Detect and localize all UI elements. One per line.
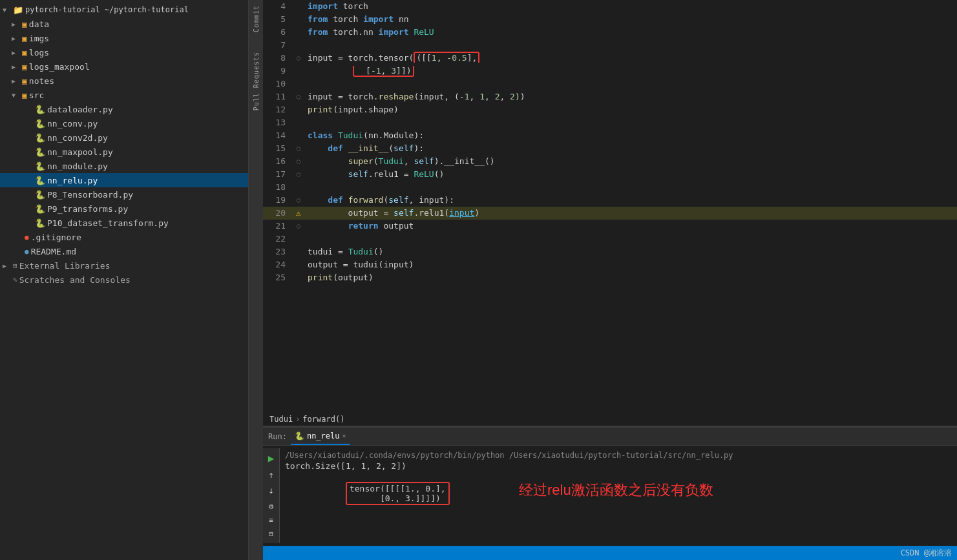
py-icon: 🐍	[35, 190, 45, 200]
tree-item-gitignore[interactable]: ● .gitignore	[0, 230, 248, 244]
line-num: 23	[263, 245, 292, 258]
scroll-down-button[interactable]: ↓	[265, 485, 278, 495]
tree-item-src[interactable]: ▼ ▣ src	[0, 88, 248, 102]
tree-item-dataloader[interactable]: 🐍 dataloader.py	[0, 102, 248, 116]
tree-label: notes	[29, 76, 54, 86]
tree-item-nn-module[interactable]: 🐍 nn_module.py	[0, 159, 248, 173]
gutter-circle: ○	[297, 142, 300, 155]
code-line-10: 10	[263, 78, 957, 90]
wrap-button[interactable]: ≡	[265, 516, 278, 524]
tree-item-nn-conv2d[interactable]: 🐍 nn_conv2d.py	[0, 130, 248, 145]
run-button[interactable]: ▶	[265, 452, 278, 464]
code-line-9: 9 [-1, 3]])	[263, 65, 957, 78]
tree-label: P8_Tensorboard.py	[47, 190, 133, 200]
breadcrumb-item-2[interactable]: forward()	[302, 415, 344, 424]
code-line-12: 12 print(input.shape)	[263, 103, 957, 116]
tree-item-imgs[interactable]: ▶ ▣ imgs	[0, 31, 248, 45]
tree-label: dataloader.py	[47, 105, 113, 114]
tree-item-logs-maxpool[interactable]: ▶ ▣ logs_maxpool	[0, 59, 248, 74]
line-content[interactable]: from torch.nn import ReLU	[305, 26, 957, 39]
code-line-24: 24 output = tudui(input)	[263, 258, 957, 271]
line-num: 7	[263, 39, 292, 52]
tree-item-logs[interactable]: ▶ ▣ logs	[0, 45, 248, 59]
code-line-11: 11 ○ input = torch.reshape(input, (-1, 1…	[263, 90, 957, 103]
line-content[interactable]	[305, 181, 957, 194]
extra-button-1[interactable]: ⊟	[265, 530, 278, 538]
code-line-23: 23 tudui = Tudui()	[263, 245, 957, 258]
line-gutter	[292, 245, 305, 258]
gutter-circle: ○	[297, 194, 300, 207]
line-content[interactable]: print(input.shape)	[305, 103, 957, 116]
breadcrumb-item-1[interactable]: Tudui	[269, 415, 293, 424]
git-icon: ●	[25, 233, 29, 242]
line-content[interactable]: import torch	[305, 0, 957, 13]
line-content[interactable]: print(output)	[305, 271, 957, 284]
line-gutter: ○	[292, 52, 305, 65]
breadcrumb: Tudui › forward()	[263, 412, 957, 426]
tree-item-nn-conv[interactable]: 🐍 nn_conv.py	[0, 116, 248, 130]
line-content[interactable]: self.relu1 = ReLU()	[305, 168, 957, 181]
line-content[interactable]: return output	[305, 220, 957, 233]
editor-area: 4 import torch 5 from torch import nn 6 …	[263, 0, 957, 560]
breadcrumb-sep: ›	[295, 415, 300, 424]
line-content[interactable]: super(Tudui, self).__init__()	[305, 155, 957, 168]
arrow-icon: ▶	[3, 262, 13, 269]
line-content[interactable]: output = tudui(input)	[305, 258, 957, 271]
line-content[interactable]: tudui = Tudui()	[305, 245, 957, 258]
line-num: 19	[263, 194, 292, 207]
tree-item-nn-maxpool[interactable]: 🐍 nn_maxpool.py	[0, 145, 248, 159]
line-content[interactable]: class Tudui(nn.Module):	[305, 129, 957, 142]
tree-item-scratches[interactable]: ✎ Scratches and Consoles	[0, 273, 248, 287]
tree-item-notes[interactable]: ▶ ▣ notes	[0, 74, 248, 88]
arrow-icon: ▶	[12, 49, 22, 56]
line-content[interactable]: [-1, 3]])	[305, 65, 957, 78]
line-content[interactable]	[305, 39, 957, 52]
run-tab-label: nn_relu	[307, 431, 340, 441]
line-gutter: ○	[292, 168, 305, 181]
line-content[interactable]: input = torch.tensor(([[1, -0.5],	[305, 52, 957, 65]
tree-label: imgs	[29, 34, 49, 43]
code-line-21: 21 ○ return output	[263, 220, 957, 233]
line-content[interactable]	[305, 233, 957, 245]
tree-item-external-libs[interactable]: ▶ ⊞ External Libraries	[0, 258, 248, 273]
tree-label: nn_conv2d.py	[47, 133, 108, 143]
line-gutter	[292, 116, 305, 129]
line-content[interactable]	[305, 78, 957, 90]
line-content[interactable]: def __init__(self):	[305, 142, 957, 155]
line-content[interactable]	[305, 116, 957, 129]
line-content[interactable]: from torch import nn	[305, 13, 957, 26]
run-tab-close[interactable]: ✕	[342, 432, 346, 439]
tree-item-readme[interactable]: ● README.md	[0, 244, 248, 258]
line-content[interactable]: output = self.relu1(input)	[305, 207, 957, 220]
side-tools: Commit Pull Requests	[249, 0, 263, 560]
tree-item-data[interactable]: ▶ ▣ data	[0, 17, 248, 31]
run-output: /Users/xiaotudui/.conda/envs/pytorch/bin…	[280, 448, 957, 543]
line-num: 9	[263, 65, 292, 78]
line-gutter	[292, 26, 305, 39]
tree-item-P8[interactable]: 🐍 P8_Tensorboard.py	[0, 187, 248, 202]
status-bar: CSDN @湘溶溶	[263, 546, 957, 560]
pull-requests-label[interactable]: Pull Requests	[253, 52, 260, 110]
settings-button[interactable]: ⚙	[265, 502, 278, 511]
line-gutter: ⚠	[292, 207, 305, 220]
folder-icon: ▣	[22, 76, 27, 86]
tree-item-pytorch-tutorial[interactable]: ▼ 📁 pytorch-tutorial ~/pytorch-tutorial	[0, 3, 248, 17]
line-num: 20	[263, 207, 292, 220]
tree-item-P10[interactable]: 🐍 P10_dataset_transform.py	[0, 216, 248, 230]
line-content[interactable]: def forward(self, input):	[305, 194, 957, 207]
tree-label: logs	[29, 48, 49, 57]
code-line-5: 5 from torch import nn	[263, 13, 957, 26]
arrow-icon: ▼	[3, 6, 13, 14]
chinese-annotation: 经过relu激活函数之后没有负数	[519, 481, 713, 500]
tree-item-P9[interactable]: 🐍 P9_transforms.py	[0, 202, 248, 216]
code-editor: 4 import torch 5 from torch import nn 6 …	[263, 0, 957, 426]
run-tab-nn-relu[interactable]: 🐍 nn_relu ✕	[291, 428, 350, 445]
commit-label[interactable]: Commit	[253, 5, 260, 32]
folder-icon: ▣	[22, 48, 27, 57]
gutter-circle: ○	[297, 168, 300, 181]
line-content[interactable]: input = torch.reshape(input, (-1, 1, 2, …	[305, 90, 957, 103]
code-line-14: 14 class Tudui(nn.Module):	[263, 129, 957, 142]
scroll-up-button[interactable]: ↑	[265, 470, 278, 480]
tree-item-nn-relu[interactable]: 🐍 nn_relu.py	[0, 173, 248, 187]
arrow-icon: ▶	[12, 78, 22, 85]
